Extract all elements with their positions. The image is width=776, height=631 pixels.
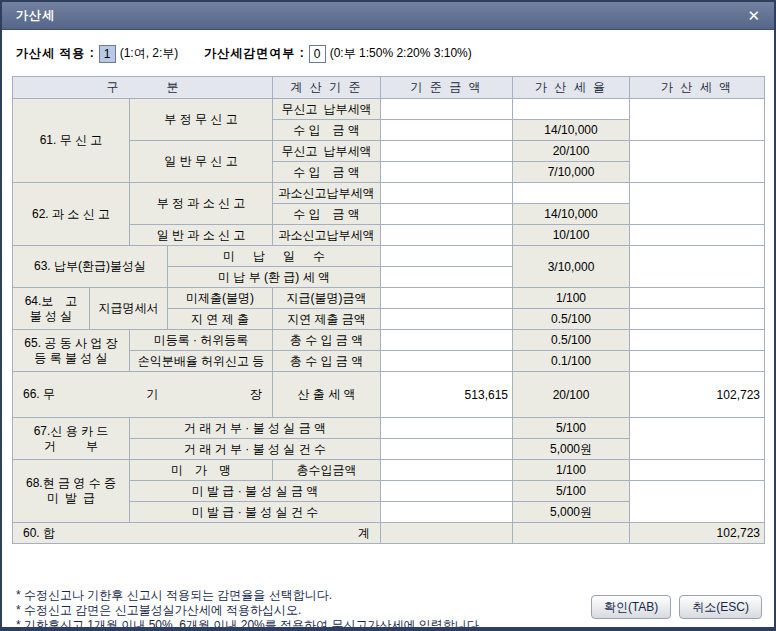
confirm-button[interactable]: 확인(TAB) — [591, 595, 671, 619]
header-row: 구 분 계 산 기 준 기 준 금 액 가 산 세 율 가 산 세 액 — [13, 77, 765, 99]
amount-cell[interactable] — [630, 309, 765, 330]
header-basis: 계 산 기 준 — [273, 77, 381, 99]
base-amount-cell[interactable] — [381, 439, 513, 460]
base-amount-cell[interactable] — [381, 246, 513, 267]
row65-basis2a: 손익분배율 허위신고 등 — [130, 351, 273, 372]
apply-label: 가산세 적용 : — [16, 45, 95, 62]
base-amount-cell[interactable] — [381, 460, 513, 481]
amount-cell[interactable] — [630, 225, 765, 246]
row66-title-left: 66. 무 — [23, 387, 55, 402]
base-amount-cell[interactable] — [381, 418, 513, 439]
amount-cell[interactable] — [630, 141, 765, 183]
row65-title: 65. 공 동 사 업 장 등 록 불 성 실 — [13, 330, 130, 372]
row64-basis2a: 지 연 제 출 — [168, 309, 273, 330]
base-amount-cell[interactable] — [381, 162, 513, 183]
row61-basis4: 수 입 금 액 — [273, 162, 381, 183]
reduction-input[interactable] — [309, 45, 326, 63]
rate-cell: 1/100 — [513, 288, 630, 309]
rate-cell: 3/10,000 — [513, 246, 630, 288]
row61-title: 61. 무 신 고 — [13, 99, 130, 183]
base-amount-cell[interactable] — [381, 99, 513, 120]
row62-basis3: 과소신고납부세액 — [273, 225, 381, 246]
rate-cell: 0.5/100 — [513, 309, 630, 330]
row68-basis3: 미 발 급 · 불 성 실 건 수 — [130, 502, 381, 523]
table-row: 65. 공 동 사 업 장 등 록 불 성 실 미등록 · 허위등록 총 수 입… — [13, 330, 765, 351]
amount-cell[interactable] — [630, 99, 765, 141]
base-amount-cell[interactable] — [381, 481, 513, 502]
row64-sub: 지급명세서 — [90, 288, 168, 330]
row65-basis1b: 총 수 입 금 액 — [273, 330, 381, 351]
rate-cell: 1/100 — [513, 460, 630, 481]
header-base-amount: 기 준 금 액 — [381, 77, 513, 99]
amount-cell[interactable] — [630, 481, 765, 523]
table-row: 64.보 고 불 성 실 지급명세서 미제출(불명) 지급(불명)금액 1/10… — [13, 288, 765, 309]
row63-title: 63. 납부(환급)불성실 — [13, 246, 168, 288]
base-amount-cell[interactable] — [381, 288, 513, 309]
row60-title-left: 60. 합 — [23, 525, 55, 542]
row68-title: 68.현 금 영 수 증 미 발 급 — [13, 460, 130, 523]
total-row: 60. 합 계 102,723 — [13, 523, 765, 544]
header-amount: 가 산 세 액 — [630, 77, 765, 99]
row62-sub-fraud: 부 정 과 소 신 고 — [130, 183, 273, 225]
row64-basis2b: 지연 제출 금액 — [273, 309, 381, 330]
table-row: 66. 무 기 장 산 출 세 액 513,615 20/100 102,723 — [13, 372, 765, 418]
row65-basis1a: 미등록 · 허위등록 — [130, 330, 273, 351]
row61-basis1: 무신고 납부세액 — [273, 99, 381, 120]
table-row: 67.신 용 카 드 거 부 거 래 거 부 · 불 성 실 금 액 5/100 — [13, 418, 765, 439]
row66-title-mid: 기 — [147, 387, 159, 402]
total-amount-cell: 102,723 — [630, 523, 765, 544]
row65-basis2b: 총 수 입 금 액 — [273, 351, 381, 372]
base-amount-cell[interactable] — [381, 502, 513, 523]
base-amount-cell[interactable]: 513,615 — [381, 372, 513, 418]
footnote-line: * 기한후신고 1개월 이내 50%, 6개월 이내 20%를 적용하여 무신고… — [16, 618, 774, 631]
rate-cell: 14/10,000 — [513, 204, 630, 225]
row66-basis: 산 출 세 액 — [273, 372, 381, 418]
top-controls: 가산세 적용 : (1:여, 2:부) 가산세감면여부 : (0:부 1:50%… — [2, 30, 774, 76]
row68-basis1a: 미 가 맹 — [130, 460, 273, 481]
base-amount-cell[interactable] — [381, 204, 513, 225]
base-amount-cell[interactable] — [381, 267, 513, 288]
base-amount-cell — [381, 523, 513, 544]
amount-cell[interactable] — [630, 330, 765, 351]
base-amount-cell[interactable] — [381, 309, 513, 330]
base-amount-cell[interactable] — [381, 351, 513, 372]
rate-cell[interactable] — [513, 183, 630, 204]
cancel-button[interactable]: 취소(ESC) — [679, 595, 762, 619]
row62-title: 62. 과 소 신 고 — [13, 183, 130, 246]
penalty-table: 구 분 계 산 기 준 기 준 금 액 가 산 세 율 가 산 세 액 61. … — [12, 76, 765, 544]
row66-title: 66. 무 기 장 — [13, 372, 273, 418]
apply-input[interactable] — [99, 45, 116, 63]
reduction-hint: (0:부 1:50% 2:20% 3:10%) — [330, 45, 472, 62]
base-amount-cell[interactable] — [381, 225, 513, 246]
dialog-title: 가산세 — [16, 7, 55, 24]
rate-cell: 5,000원 — [513, 502, 630, 523]
table-row: 68.현 금 영 수 증 미 발 급 미 가 맹 총수입금액 1/100 — [13, 460, 765, 481]
row62-basis1: 과소신고납부세액 — [273, 183, 381, 204]
row60-title: 60. 합 계 — [13, 523, 381, 544]
row64-title: 64.보 고 불 성 실 — [13, 288, 90, 330]
row66-title-right: 장 — [250, 387, 262, 402]
penalty-tax-dialog: 가산세 ✕ 가산세 적용 : (1:여, 2:부) 가산세감면여부 : (0:부… — [0, 0, 776, 631]
rate-cell: 20/100 — [513, 141, 630, 162]
rate-cell: 5/100 — [513, 481, 630, 502]
amount-cell[interactable] — [630, 183, 765, 225]
rate-cell: 20/100 — [513, 372, 630, 418]
rate-cell[interactable] — [513, 99, 630, 120]
row63-basis2: 미 납 부 (환 급) 세 액 — [168, 267, 381, 288]
row68-basis2: 미 발 급 · 불 성 실 금 액 — [130, 481, 381, 502]
row67-title: 67.신 용 카 드 거 부 — [13, 418, 130, 460]
amount-cell[interactable] — [630, 418, 765, 460]
table-row: 62. 과 소 신 고 부 정 과 소 신 고 과소신고납부세액 — [13, 183, 765, 204]
amount-cell[interactable] — [630, 460, 765, 481]
amount-cell[interactable]: 102,723 — [630, 372, 765, 418]
base-amount-cell[interactable] — [381, 330, 513, 351]
base-amount-cell[interactable] — [381, 120, 513, 141]
amount-cell[interactable] — [630, 246, 765, 288]
base-amount-cell[interactable] — [381, 183, 513, 204]
amount-cell[interactable] — [630, 351, 765, 372]
close-icon[interactable]: ✕ — [747, 8, 760, 23]
title-bar: 가산세 ✕ — [2, 2, 774, 30]
row62-basis2: 수 입 금 액 — [273, 204, 381, 225]
amount-cell[interactable] — [630, 288, 765, 309]
base-amount-cell[interactable] — [381, 141, 513, 162]
